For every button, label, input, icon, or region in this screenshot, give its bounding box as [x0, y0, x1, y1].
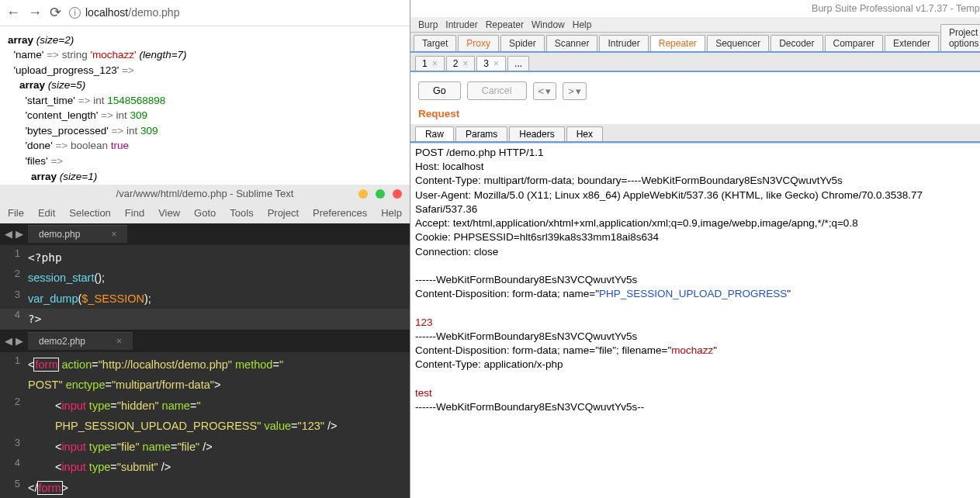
menu-selection[interactable]: Selection [69, 207, 110, 219]
close-icon[interactable]: × [116, 336, 122, 347]
burp-titlebar: Burp Suite Professional v1.7.37 - Temp [410, 0, 980, 17]
editor-pane-2[interactable]: 1<form action="http://localhost/demo.php… [0, 352, 410, 498]
tab-comparer[interactable]: Comparer [825, 35, 883, 51]
tab-proxy[interactable]: Proxy [458, 35, 499, 51]
reqtab-params[interactable]: Params [455, 126, 507, 141]
sublime-titlebar: /var/www/html/demo.php - Sublime Text [0, 185, 410, 203]
burp-controls: Go Cancel <▾ >▾ [410, 72, 980, 106]
prev-icon[interactable]: ◀ [5, 228, 12, 240]
reqtab-headers[interactable]: Headers [509, 126, 564, 141]
tab-demo-php[interactable]: demo.php× [28, 225, 127, 243]
history-next-button[interactable]: >▾ [563, 82, 587, 100]
close-icon[interactable]: × [432, 58, 438, 69]
tab-demo2-php[interactable]: demo2.php× [28, 332, 133, 350]
reqtab-hex[interactable]: Hex [566, 126, 603, 141]
minimize-button[interactable] [358, 189, 368, 199]
browser-toolbar: ← → ⟳ i localhost/demo.php [0, 0, 410, 26]
prev-icon[interactable]: ◀ [5, 335, 12, 347]
tab-target[interactable]: Target [414, 35, 456, 51]
burp-repeater-tabs: 1× 2× 3× ... [410, 53, 980, 72]
menu-edit[interactable]: Edit [38, 207, 55, 219]
subtab-2[interactable]: 2× [446, 56, 476, 71]
sublime-tabs-2: ◀▶ demo2.php× [0, 330, 410, 352]
sublime-title: /var/www/html/demo.php - Sublime Text [116, 188, 294, 199]
tab-decoder[interactable]: Decoder [770, 35, 822, 51]
menu-view[interactable]: View [158, 207, 180, 219]
tab-intruder[interactable]: Intruder [599, 35, 648, 51]
menu-preferences[interactable]: Preferences [313, 207, 367, 219]
url-bar[interactable]: i localhost/demo.php [69, 6, 179, 19]
subtab-1[interactable]: 1× [415, 56, 445, 71]
tab-spider[interactable]: Spider [500, 35, 545, 51]
sublime-menubar: File Edit Selection Find View Goto Tools… [0, 203, 410, 223]
url-host: localhost [85, 6, 128, 19]
close-icon[interactable]: × [493, 58, 499, 69]
history-prev-button[interactable]: <▾ [533, 82, 557, 100]
forward-button[interactable]: → [28, 5, 42, 21]
menu-repeater[interactable]: Repeater [486, 19, 524, 30]
burp-menubar: Burp Intruder Repeater Window Help [410, 17, 980, 33]
menu-help[interactable]: Help [573, 19, 592, 30]
cancel-button[interactable]: Cancel [467, 81, 527, 100]
menu-find[interactable]: Find [125, 207, 144, 219]
tab-sequencer[interactable]: Sequencer [707, 35, 769, 51]
next-icon[interactable]: ▶ [16, 335, 23, 347]
subtab-3[interactable]: 3× [476, 56, 506, 71]
sublime-tabs-1: ◀▶ demo.php× [0, 223, 410, 245]
burp-raw-editor[interactable]: POST /demo.php HTTP/1.1 Host: localhost … [410, 143, 980, 498]
close-icon[interactable]: × [111, 229, 116, 240]
close-icon[interactable]: × [462, 58, 468, 69]
menu-project[interactable]: Project [268, 207, 299, 219]
menu-intruder[interactable]: Intruder [445, 19, 477, 30]
next-icon[interactable]: ▶ [16, 228, 23, 240]
editor-pane-1[interactable]: 1<?php 2session_start(); 3var_dump($_SES… [0, 245, 410, 330]
menu-window[interactable]: Window [532, 19, 565, 30]
menu-goto[interactable]: Goto [194, 207, 216, 219]
maximize-button[interactable] [376, 189, 385, 199]
subtab-add[interactable]: ... [507, 56, 529, 71]
menu-tools[interactable]: Tools [230, 207, 253, 219]
go-button[interactable]: Go [418, 81, 461, 100]
sublime-window: /var/www/html/demo.php - Sublime Text Fi… [0, 185, 410, 498]
url-path: /demo.php [128, 6, 179, 19]
tab-scanner[interactable]: Scanner [546, 35, 598, 51]
back-button[interactable]: ← [6, 5, 20, 21]
burp-main-tabs: Target Proxy Spider Scanner Intruder Rep… [410, 33, 980, 53]
tab-repeater[interactable]: Repeater [650, 35, 705, 51]
request-label: Request [410, 106, 980, 124]
menu-help[interactable]: Help [381, 207, 402, 219]
burp-request-tabs: Raw Params Headers Hex [410, 124, 980, 143]
close-button[interactable] [393, 189, 402, 199]
burp-window: Burp Suite Professional v1.7.37 - Temp B… [410, 0, 980, 498]
menu-burp[interactable]: Burp [418, 19, 438, 30]
info-icon: i [69, 7, 81, 19]
menu-file[interactable]: File [8, 207, 24, 219]
browser-content: array (size=2) 'name' => string 'mochazz… [0, 26, 410, 185]
tab-project-options[interactable]: Project options [940, 24, 980, 51]
reqtab-raw[interactable]: Raw [415, 126, 454, 141]
tab-extender[interactable]: Extender [885, 35, 939, 51]
reload-button[interactable]: ⟳ [50, 4, 61, 21]
